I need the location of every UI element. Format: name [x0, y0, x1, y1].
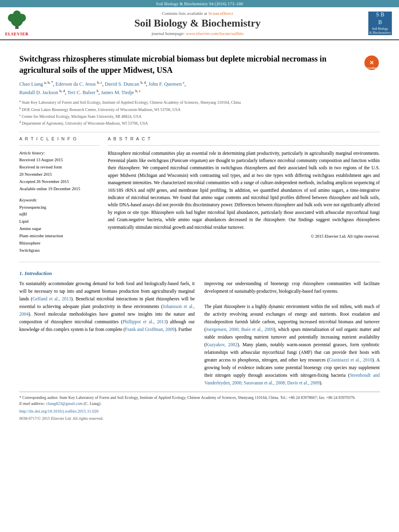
abstract-body: Rhizosphere microbial communities play a…	[108, 150, 380, 231]
intro-two-col: To sustainably accommodate growing deman…	[19, 280, 380, 387]
author-chao-liang[interactable]: Chao Liang	[19, 81, 43, 87]
journal-citation-bar: Soil Biology & Biochemistry 94 (2016) 17…	[0, 0, 399, 7]
ref-frank[interactable]: Frank and Groffman, 2009	[125, 327, 175, 332]
ref-gianinazzi[interactable]: Gianinazzi et al., 2010	[329, 357, 372, 362]
intro-left-text: To sustainably accommodate growing deman…	[19, 280, 195, 333]
copyright-notice: © 2015 Elsevier Ltd. All rights reserved…	[108, 234, 380, 238]
issn-line: 0038-0717/© 2015 Elsevier Ltd. All right…	[19, 415, 380, 421]
svg-text:✕: ✕	[369, 60, 374, 66]
author-david[interactable]: David S. Duncan	[105, 81, 139, 87]
section-divider	[19, 262, 380, 262]
article-info-label: A R T I C L E I N F O	[19, 136, 100, 141]
introduction-section: 1. Introduction To sustainably accommoda…	[19, 270, 380, 387]
header-divider	[19, 132, 380, 132]
journal-title: Soil Biology & Biochemistry	[29, 17, 366, 29]
crossmark-badge: ✕ CrossMark	[364, 55, 380, 71]
available-online-date: Available online 19 December 2015	[19, 185, 100, 193]
intro-left-col: To sustainably accommodate growing deman…	[19, 280, 195, 387]
journal-homepage: journal homepage: www.elsevier.com/locat…	[29, 31, 366, 36]
author-john[interactable]: John F. Quensen	[148, 81, 182, 87]
main-content: Switchgrass rhizospheres stimulate micro…	[0, 40, 399, 428]
author-james[interactable]: James M. Tiedje	[101, 90, 134, 95]
article-title-area: Switchgrass rhizospheres stimulate micro…	[19, 53, 380, 76]
author-randall[interactable]: Randall D. Jackson	[19, 90, 58, 95]
keyword-6: Rhizosphere	[19, 240, 100, 247]
elsevier-wordmark: ELSEVIER	[5, 32, 29, 36]
corresponding-author-note: * Corresponding author. State Key Labora…	[19, 394, 380, 401]
ref-phillippot[interactable]: Phillippot et al., 2013	[123, 319, 166, 324]
footnote-area: * Corresponding author. State Key Labora…	[19, 392, 380, 421]
received-revised-date: 20 November 2015	[19, 171, 100, 178]
keyword-3: Lipid	[19, 218, 100, 225]
article-info-col: A R T I C L E I N F O Article history: R…	[19, 136, 100, 254]
sbb-logo: S B B Soil Biology& Biochemistry	[368, 11, 392, 35]
keyword-7: Switchgrass	[19, 247, 100, 254]
received-revised-label: Received in revised form	[19, 164, 100, 171]
journal-logo-box: S B B Soil Biology& Biochemistry	[366, 11, 394, 35]
svg-text:CrossMark: CrossMark	[365, 67, 378, 69]
ref-kuzyakov[interactable]: Kuzyakov, 2002	[206, 342, 237, 347]
history-label: Article history:	[19, 150, 100, 157]
sciencedirect-notice: Contents lists available at ScienceDirec…	[29, 11, 366, 16]
received-date: Received 13 August 2015	[19, 156, 100, 164]
affiliations: a State Key Laboratory of Forest and Soi…	[19, 99, 380, 127]
abstract-label: A B S T R A C T	[108, 136, 380, 141]
ref-joergensen[interactable]: Joergensen, 2000; Buée et al., 2009	[206, 327, 274, 332]
keyword-1: Pyrosequencing	[19, 204, 100, 211]
doi-line: http://dx.doi.org/10.1016/j.soilbio.2015…	[19, 408, 380, 415]
authors-line: Chao Liang a, b, *, Ederson da C. Jesus …	[19, 80, 380, 97]
article-info-divider	[19, 145, 100, 146]
abstract-divider	[108, 145, 380, 146]
article-title-text: Switchgrass rhizospheres stimulate micro…	[19, 53, 364, 76]
intro-heading: 1. Introduction	[19, 270, 380, 277]
elsevier-logo-area: ELSEVIER	[5, 10, 29, 36]
sciencedirect-link[interactable]: ScienceDirect	[208, 11, 233, 16]
keywords-label: Keywords:	[19, 197, 100, 204]
doi-link[interactable]: http://dx.doi.org/10.1016/j.soilbio.2015…	[19, 409, 99, 413]
author-ederson[interactable]: Ederson da C. Jesus	[56, 81, 96, 87]
article-history: Article history: Received 13 August 2015…	[19, 150, 100, 193]
abstract-col: A B S T R A C T Rhizosphere microbial co…	[108, 136, 380, 254]
intro-right-col: improving our understanding of bioenergy…	[204, 280, 380, 387]
author-teri[interactable]: Teri C. Balser	[68, 90, 96, 95]
keyword-5: Plant–microbe interaction	[19, 232, 100, 240]
elsevier-tree-icon	[5, 10, 29, 31]
journal-homepage-link[interactable]: www.elsevier.com/locate/soilbio	[186, 31, 243, 36]
journal-citation: Soil Biology & Biochemistry 94 (2016) 17…	[156, 1, 243, 6]
svg-point-4	[13, 10, 21, 18]
intro-right-text: improving our understanding of bioenergy…	[204, 280, 380, 387]
email-line: E-mail address: cliang823@gmail.com (C. …	[19, 401, 380, 407]
accepted-date: Accepted 26 November 2015	[19, 178, 100, 185]
article-info-abstract: A R T I C L E I N F O Article history: R…	[19, 136, 380, 254]
keyword-2: nifH	[19, 211, 100, 218]
keywords-section: Keywords: Pyrosequencing nifH Lipid Amin…	[19, 197, 100, 254]
ref-gelfand[interactable]: Gelfand et al., 2013	[33, 296, 71, 301]
ref-steenhoudt[interactable]: Steenhoudt and Vanderleyden, 2000; Sarav…	[204, 373, 380, 385]
journal-center-header: Contents lists available at ScienceDirec…	[29, 11, 366, 36]
crossmark-icon: ✕ CrossMark	[364, 55, 380, 71]
keyword-4: Amino sugar	[19, 225, 100, 232]
journal-header: ELSEVIER Contents lists available at Sci…	[0, 7, 399, 40]
ref-johansson[interactable]: Johansson et al., 2004	[19, 304, 195, 316]
email-link[interactable]: cliang823@gmail.com	[46, 401, 82, 406]
